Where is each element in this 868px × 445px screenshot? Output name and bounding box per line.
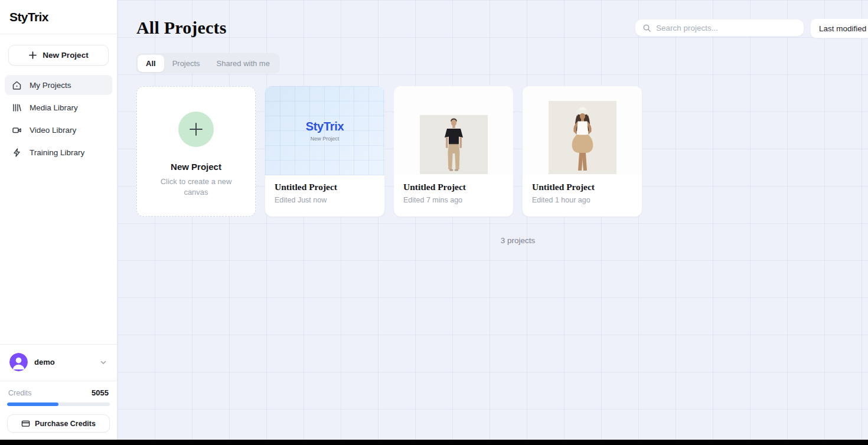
home-icon	[12, 80, 22, 90]
project-edited-time: Edited Just now	[275, 196, 375, 204]
tab-projects[interactable]: Projects	[164, 55, 208, 72]
project-title: Untitled Project	[403, 182, 504, 192]
sort-label: Last modified	[819, 24, 866, 33]
sidebar-user-block: demo Credits 5055 Purchase Credits	[0, 344, 117, 440]
sidebar: StyTrix New Project My Projects	[0, 0, 118, 445]
sidebar-item-label: Media Library	[30, 103, 78, 112]
credit-card-icon	[21, 419, 30, 428]
new-project-button-wrap: New Project	[0, 34, 117, 71]
project-thumbnail-photo	[394, 86, 513, 175]
plus-circle	[178, 112, 214, 147]
thumbnail-logo-text: StyTrix	[306, 120, 344, 133]
project-card[interactable]: Untitled Project Edited 7 mins ago	[394, 86, 513, 217]
project-edited-time: Edited 7 mins ago	[403, 196, 504, 204]
projects-canvas: All Projects Last modified All Projects …	[118, 0, 868, 445]
project-thumbnail-logo: StyTrix New Project	[265, 86, 384, 175]
sidebar-item-training-library[interactable]: Training Library	[5, 142, 112, 162]
search-box	[635, 19, 804, 37]
new-project-button[interactable]: New Project	[8, 45, 109, 66]
chevron-down-icon	[99, 358, 107, 367]
avatar	[9, 353, 28, 371]
page-title: All Projects	[136, 18, 227, 38]
purchase-credits-button[interactable]: Purchase Credits	[7, 414, 110, 433]
thumbnail-logo-wrap: StyTrix New Project	[306, 120, 344, 142]
new-project-card-subtitle: Click to create a new canvas	[152, 176, 240, 198]
tab-all[interactable]: All	[138, 55, 164, 72]
sidebar-nav: My Projects Media Library Video Library …	[0, 71, 117, 166]
sort-dropdown[interactable]: Last modified	[810, 18, 868, 38]
sidebar-item-my-projects[interactable]: My Projects	[5, 75, 112, 95]
project-card[interactable]: StyTrix New Project Untitled Project Edi…	[265, 86, 384, 217]
credits-progress-bar	[7, 403, 110, 406]
projects-count: 3 projects	[136, 236, 868, 245]
sidebar-item-label: Video Library	[30, 126, 76, 135]
credits-label: Credits	[8, 389, 32, 397]
credits-section: Credits 5055 Purchase Credits	[0, 381, 117, 440]
model-white-top-skirt-photo	[549, 101, 616, 174]
user-menu[interactable]: demo	[0, 344, 117, 381]
project-title: Untitled Project	[532, 182, 632, 192]
sidebar-item-label: My Projects	[30, 81, 71, 90]
video-camera-icon	[12, 125, 22, 135]
plus-icon	[28, 51, 37, 60]
credits-value: 5055	[92, 388, 109, 397]
plus-icon	[188, 122, 204, 137]
card-info: Untitled Project Edited 1 hour ago	[523, 175, 642, 204]
new-project-card-title: New Project	[171, 162, 221, 172]
card-info: Untitled Project Edited 7 mins ago	[394, 175, 513, 204]
sidebar-item-media-library[interactable]: Media Library	[5, 97, 112, 117]
credits-progress-fill	[7, 403, 58, 406]
logo-area: StyTrix	[0, 0, 117, 34]
project-title: Untitled Project	[275, 182, 375, 192]
project-thumbnail-photo	[523, 86, 642, 175]
app-logo: StyTrix	[9, 10, 48, 24]
new-project-button-label: New Project	[43, 51, 88, 60]
project-cards-grid: New Project Click to create a new canvas…	[136, 86, 642, 217]
user-name: demo	[34, 358, 93, 367]
search-input[interactable]	[656, 24, 797, 32]
tab-shared-with-me[interactable]: Shared with me	[208, 55, 278, 72]
card-info: Untitled Project Edited Just now	[265, 175, 384, 204]
search-icon	[642, 24, 651, 32]
sidebar-item-label: Training Library	[30, 148, 84, 157]
sidebar-item-video-library[interactable]: Video Library	[5, 120, 112, 140]
library-icon	[12, 103, 22, 113]
bottom-bar	[0, 440, 868, 445]
filter-tabs: All Projects Shared with me	[136, 53, 280, 74]
new-project-card[interactable]: New Project Click to create a new canvas	[136, 86, 256, 217]
model-black-tshirt-photo	[420, 115, 488, 174]
zap-icon	[12, 148, 22, 158]
project-card[interactable]: Untitled Project Edited 1 hour ago	[523, 86, 642, 217]
app-window: StyTrix New Project My Projects	[0, 0, 868, 445]
credits-row: Credits 5055	[7, 388, 110, 397]
project-edited-time: Edited 1 hour ago	[532, 196, 632, 204]
thumbnail-logo-caption: New Project	[306, 136, 344, 142]
purchase-credits-label: Purchase Credits	[35, 420, 96, 428]
